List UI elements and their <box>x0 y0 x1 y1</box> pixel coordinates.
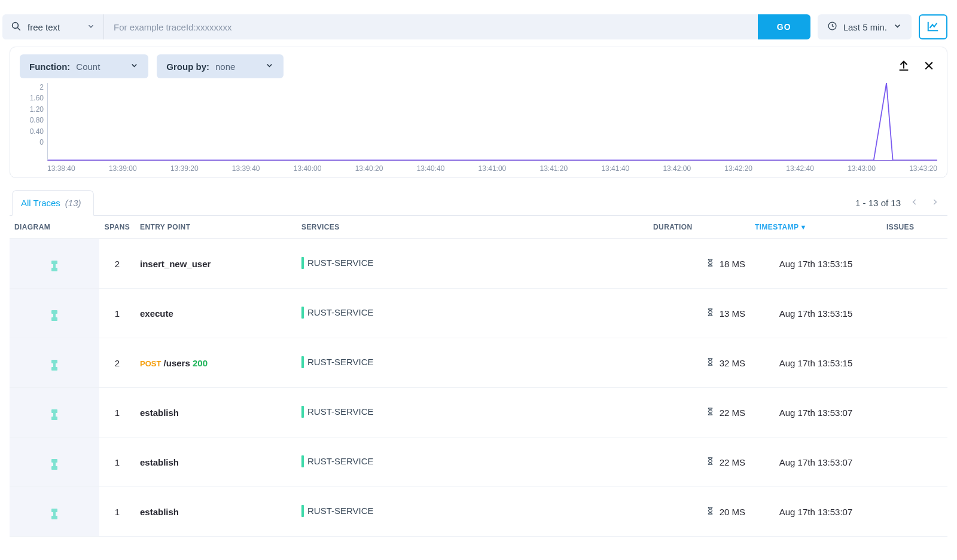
cell-issues <box>882 437 947 487</box>
x-tick: 13:41:40 <box>601 164 629 173</box>
function-value: Count <box>76 62 124 72</box>
col-services[interactable]: SERVICES <box>297 216 648 239</box>
cell-diagram[interactable] <box>10 487 99 537</box>
sort-desc-icon: ▼ <box>800 224 806 231</box>
hourglass-icon <box>706 506 715 517</box>
col-timestamp[interactable]: TIMESTAMP▼ <box>750 216 882 239</box>
table-row[interactable]: 2POST /users 200RUST-SERVICE32 MSAug 17t… <box>10 338 947 388</box>
service-color-tick <box>301 455 304 467</box>
cell-spans: 2 <box>99 239 135 289</box>
time-range-selector[interactable]: Last 5 min. <box>818 14 912 39</box>
cell-diagram[interactable] <box>10 239 99 289</box>
x-tick: 13:39:00 <box>109 164 137 173</box>
hourglass-icon <box>706 258 715 269</box>
tab-row: All Traces (13) 1 - 13 of 13 <box>10 190 947 216</box>
cell-service: RUST-SERVICE <box>297 388 648 437</box>
groupby-value: none <box>215 62 259 72</box>
cell-spans: 2 <box>99 338 135 388</box>
x-tick: 13:43:00 <box>848 164 876 173</box>
col-entry[interactable]: ENTRY POINT <box>135 216 297 239</box>
duration-value: 22 MS <box>720 408 745 418</box>
col-diagram[interactable]: DIAGRAM <box>10 216 99 239</box>
x-tick: 13:38:40 <box>47 164 75 173</box>
service-name: RUST-SERVICE <box>307 406 374 417</box>
cell-duration: 18 MS <box>648 239 750 289</box>
cell-diagram[interactable] <box>10 289 99 338</box>
time-range-label: Last 5 min. <box>843 22 887 32</box>
search-box: free text GO <box>2 14 810 39</box>
groupby-label: Group by: <box>166 62 209 72</box>
table-row[interactable]: 1establishRUST-SERVICE20 MSAug 17th 13:5… <box>10 487 947 537</box>
cell-service: RUST-SERVICE <box>297 338 648 388</box>
chart-toggle-button[interactable] <box>919 14 947 39</box>
duration-value: 18 MS <box>720 259 745 269</box>
cell-diagram[interactable] <box>10 338 99 388</box>
close-icon <box>923 60 935 74</box>
table-row[interactable]: 1establishRUST-SERVICE22 MSAug 17th 13:5… <box>10 388 947 437</box>
hourglass-icon <box>706 308 715 319</box>
x-tick: 13:42:20 <box>724 164 752 173</box>
cell-spans: 1 <box>99 388 135 437</box>
go-button[interactable]: GO <box>758 14 810 39</box>
close-chart-button[interactable] <box>921 58 937 75</box>
cell-timestamp: Aug 17th 13:53:07 <box>750 437 882 487</box>
col-spans[interactable]: SPANS <box>99 216 135 239</box>
next-page-button[interactable] <box>928 195 941 210</box>
prev-page-button[interactable] <box>908 195 921 210</box>
function-label: Function: <box>29 62 70 72</box>
col-timestamp-label: TIMESTAMP <box>755 223 798 231</box>
traces-table: DIAGRAM SPANS ENTRY POINT SERVICES DURAT… <box>10 216 947 537</box>
tab-label: All Traces <box>21 198 60 208</box>
x-tick: 13:39:20 <box>170 164 199 173</box>
cell-duration: 22 MS <box>648 388 750 437</box>
service-color-tick <box>301 356 304 368</box>
cell-entry: POST /users 200 <box>135 338 297 388</box>
search-type-selector[interactable]: free text <box>2 14 104 39</box>
y-tick: 0.40 <box>20 127 44 136</box>
search-input[interactable] <box>104 14 758 39</box>
table-row[interactable]: 2insert_new_userRUST-SERVICE18 MSAug 17t… <box>10 239 947 289</box>
table-row[interactable]: 1establishRUST-SERVICE22 MSAug 17th 13:5… <box>10 437 947 487</box>
cell-entry: establish <box>135 437 297 487</box>
trace-diagram-icon <box>51 459 57 470</box>
hourglass-icon <box>706 457 715 467</box>
cell-diagram[interactable] <box>10 388 99 437</box>
cell-diagram[interactable] <box>10 437 99 487</box>
x-tick: 13:42:00 <box>663 164 691 173</box>
chart-controls: Function: Count Group by: none <box>20 54 937 78</box>
duration-value: 20 MS <box>720 507 745 517</box>
groupby-selector[interactable]: Group by: none <box>157 54 284 78</box>
col-issues[interactable]: ISSUES <box>882 216 947 239</box>
trace-diagram-icon <box>51 261 57 271</box>
search-icon <box>11 21 22 33</box>
duration-value: 22 MS <box>720 457 745 467</box>
col-duration[interactable]: DURATION <box>648 216 750 239</box>
http-method: POST <box>140 359 161 368</box>
chart-y-axis: 21.601.200.800.400 <box>20 83 47 161</box>
cell-service: RUST-SERVICE <box>297 239 648 289</box>
table-row[interactable]: 1executeRUST-SERVICE13 MSAug 17th 13:53:… <box>10 289 947 338</box>
service-name: RUST-SERVICE <box>307 307 374 317</box>
chevron-down-icon <box>87 22 95 32</box>
chart-plot[interactable] <box>47 83 937 161</box>
x-tick: 13:42:40 <box>786 164 814 173</box>
cell-duration: 20 MS <box>648 487 750 537</box>
http-path: /users <box>164 358 190 368</box>
y-tick: 1.60 <box>20 94 44 102</box>
entry-point-name: establish <box>140 457 179 467</box>
service-name: RUST-SERVICE <box>307 506 374 516</box>
x-tick: 13:39:40 <box>232 164 260 173</box>
y-tick: 0 <box>20 138 44 146</box>
cell-service: RUST-SERVICE <box>297 487 648 537</box>
chevron-down-icon <box>265 61 274 72</box>
topbar: free text GO Last 5 min. <box>10 0 947 47</box>
tab-count: (13) <box>65 198 81 208</box>
entry-point-name: establish <box>140 408 179 418</box>
tab-all-traces[interactable]: All Traces (13) <box>12 190 94 216</box>
duration-value: 13 MS <box>720 308 745 319</box>
export-button[interactable] <box>895 58 912 75</box>
service-color-tick <box>301 257 304 269</box>
pagination: 1 - 13 of 13 <box>855 195 945 210</box>
function-selector[interactable]: Function: Count <box>20 54 148 78</box>
y-tick: 2 <box>20 83 44 91</box>
